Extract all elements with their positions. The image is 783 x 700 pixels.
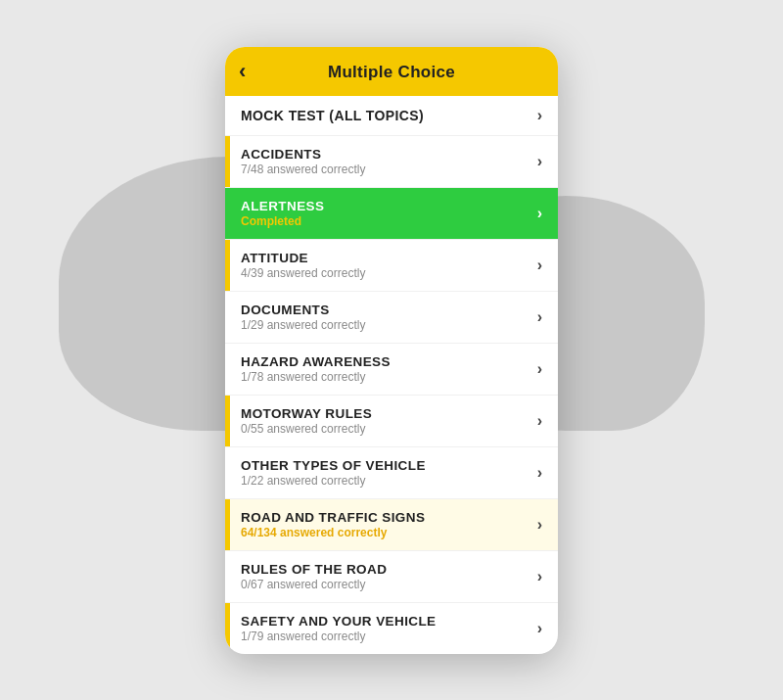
phone-container: ‹ Multiple Choice MOCK TEST (ALL TOPICS)… xyxy=(225,47,558,654)
chevron-icon-accidents: › xyxy=(537,153,542,170)
menu-item-documents[interactable]: DOCUMENTS1/29 answered correctly› xyxy=(225,292,558,344)
item-name-mock-test: MOCK TEST (ALL TOPICS) xyxy=(241,108,537,123)
item-sub-rules-road: 0/67 answered correctly xyxy=(241,578,537,591)
item-name-documents: DOCUMENTS xyxy=(241,303,537,317)
item-name-safety-vehicle: SAFETY AND YOUR VEHICLE xyxy=(241,614,537,629)
item-sub-motorway-rules: 0/55 answered correctly xyxy=(241,422,537,436)
menu-item-road-signs[interactable]: ROAD AND TRAFFIC SIGNS64/134 answered co… xyxy=(225,499,558,551)
menu-item-alertness[interactable]: ALERTNESSCompleted› xyxy=(225,188,558,240)
chevron-icon-rules-road: › xyxy=(537,568,542,585)
item-sub-alertness: Completed xyxy=(241,214,537,228)
menu-item-mock-test[interactable]: MOCK TEST (ALL TOPICS)› xyxy=(225,96,558,136)
item-text-rules-road: RULES OF THE ROAD0/67 answered correctly xyxy=(241,562,537,591)
back-button[interactable]: ‹ xyxy=(239,61,246,82)
item-name-attitude: ATTITUDE xyxy=(241,251,537,265)
item-sub-attitude: 4/39 answered correctly xyxy=(241,266,537,280)
item-text-attitude: ATTITUDE4/39 answered correctly xyxy=(241,251,537,280)
header-title: Multiple Choice xyxy=(328,63,455,82)
item-name-rules-road: RULES OF THE ROAD xyxy=(241,562,537,577)
item-sub-other-types: 1/22 answered correctly xyxy=(241,474,537,488)
item-name-road-signs: ROAD AND TRAFFIC SIGNS xyxy=(241,510,537,525)
chevron-icon-motorway-rules: › xyxy=(537,412,542,430)
chevron-icon-attitude: › xyxy=(537,257,542,274)
item-sub-road-signs: 64/134 answered correctly xyxy=(241,526,537,539)
item-text-documents: DOCUMENTS1/29 answered correctly xyxy=(241,303,537,332)
chevron-icon-hazard-awareness: › xyxy=(537,360,542,378)
item-name-accidents: ACCIDENTS xyxy=(241,147,537,162)
item-text-motorway-rules: MOTORWAY RULES0/55 answered correctly xyxy=(241,406,537,436)
menu-item-motorway-rules[interactable]: MOTORWAY RULES0/55 answered correctly› xyxy=(225,396,558,447)
item-text-alertness: ALERTNESSCompleted xyxy=(241,199,537,228)
item-sub-documents: 1/29 answered correctly xyxy=(241,318,537,332)
app-header: ‹ Multiple Choice xyxy=(225,47,558,96)
item-text-other-types: OTHER TYPES OF VEHICLE1/22 answered corr… xyxy=(241,458,537,488)
chevron-icon-other-types: › xyxy=(537,464,542,482)
item-name-hazard-awareness: HAZARD AWARENESS xyxy=(241,354,537,369)
item-text-road-signs: ROAD AND TRAFFIC SIGNS64/134 answered co… xyxy=(241,510,537,539)
chevron-icon-documents: › xyxy=(537,308,542,326)
chevron-icon-road-signs: › xyxy=(537,516,542,534)
item-name-motorway-rules: MOTORWAY RULES xyxy=(241,406,537,421)
item-sub-safety-vehicle: 1/79 answered correctly xyxy=(241,630,537,643)
menu-item-rules-road[interactable]: RULES OF THE ROAD0/67 answered correctly… xyxy=(225,551,558,603)
menu-item-hazard-awareness[interactable]: HAZARD AWARENESS1/78 answered correctly› xyxy=(225,344,558,396)
item-text-safety-vehicle: SAFETY AND YOUR VEHICLE1/79 answered cor… xyxy=(241,614,537,643)
menu-item-other-types[interactable]: OTHER TYPES OF VEHICLE1/22 answered corr… xyxy=(225,447,558,499)
menu-item-attitude[interactable]: ATTITUDE4/39 answered correctly› xyxy=(225,240,558,292)
item-sub-accidents: 7/48 answered correctly xyxy=(241,163,537,176)
item-text-mock-test: MOCK TEST (ALL TOPICS) xyxy=(241,108,537,123)
chevron-icon-mock-test: › xyxy=(537,107,542,124)
topic-list: MOCK TEST (ALL TOPICS)›ACCIDENTS7/48 ans… xyxy=(225,96,558,654)
item-text-accidents: ACCIDENTS7/48 answered correctly xyxy=(241,147,537,176)
menu-item-safety-vehicle[interactable]: SAFETY AND YOUR VEHICLE1/79 answered cor… xyxy=(225,603,558,654)
item-sub-hazard-awareness: 1/78 answered correctly xyxy=(241,370,537,384)
item-text-hazard-awareness: HAZARD AWARENESS1/78 answered correctly xyxy=(241,354,537,384)
menu-item-accidents[interactable]: ACCIDENTS7/48 answered correctly› xyxy=(225,136,558,188)
item-name-other-types: OTHER TYPES OF VEHICLE xyxy=(241,458,537,473)
item-name-alertness: ALERTNESS xyxy=(241,199,537,213)
chevron-icon-alertness: › xyxy=(537,205,542,222)
chevron-icon-safety-vehicle: › xyxy=(537,620,542,637)
